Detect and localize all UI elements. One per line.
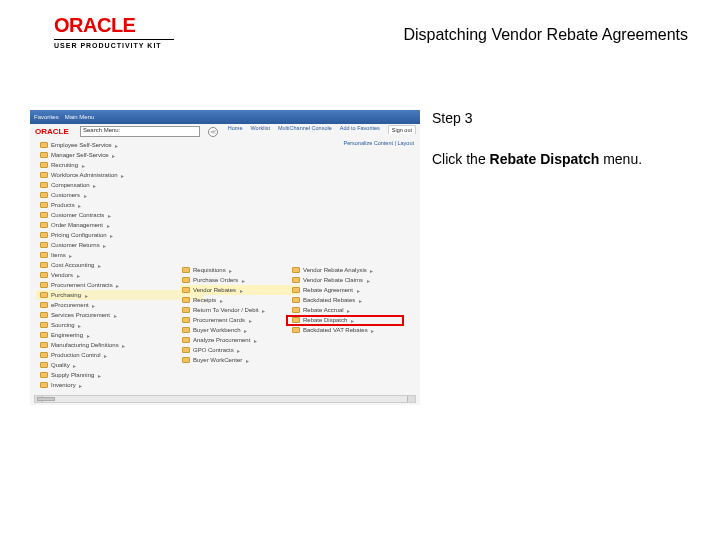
tree-item[interactable]: Purchase Orders▸	[180, 275, 300, 285]
caret-icon: ▸	[237, 347, 241, 354]
tree-item-label: Rebate Dispatch	[303, 317, 347, 323]
tree-item[interactable]: Backdated Rebates▸	[290, 295, 410, 305]
nav-tree-level3: Vendor Rebate Analysis▸Vendor Rebate Cla…	[290, 265, 410, 335]
tree-item[interactable]: Production Control▸	[36, 350, 204, 360]
tree-item-label: Buyer WorkCenter	[193, 357, 242, 363]
caret-icon: ▸	[110, 232, 114, 239]
tree-item[interactable]: Manufacturing Definitions▸	[36, 340, 204, 350]
tree-item[interactable]: Workforce Administration▸	[36, 170, 204, 180]
tree-item[interactable]: Supply Planning▸	[36, 370, 204, 380]
tree-item[interactable]: Rebate Accrual▸	[290, 305, 410, 315]
folder-icon	[40, 142, 48, 148]
caret-icon: ▸	[81, 162, 85, 169]
caret-icon: ▸	[112, 152, 116, 159]
tree-item[interactable]: Order Management▸	[36, 220, 204, 230]
tree-item-label: Supply Planning	[51, 372, 94, 378]
tree-item[interactable]: eSettlements▸	[36, 390, 204, 391]
tree-item[interactable]: Services Procurement▸	[36, 310, 204, 320]
tree-item[interactable]: GPO Contracts▸	[180, 345, 300, 355]
tree-item[interactable]: Requisitions▸	[180, 265, 300, 275]
caret-icon: ▸	[86, 332, 90, 339]
link-addfav[interactable]: Add to Favorites	[340, 125, 380, 134]
link-home[interactable]: Home	[228, 125, 243, 134]
tree-item[interactable]: Pricing Configuration▸	[36, 230, 204, 240]
tree-item[interactable]: Vendor Rebate Claims▸	[290, 275, 410, 285]
link-signout[interactable]: Sign out	[388, 125, 416, 134]
caret-icon: ▸	[253, 337, 257, 344]
tree-item[interactable]: Manager Self-Service▸	[36, 150, 204, 160]
topbar-favorites[interactable]: Favorites	[34, 114, 59, 120]
tree-item-label: Requisitions	[193, 267, 226, 273]
tree-item[interactable]: Backdated VAT Rebates▸	[290, 325, 410, 335]
tree-item[interactable]: Customer Returns▸	[36, 240, 204, 250]
tree-item[interactable]: Cost Accounting▸	[36, 260, 204, 270]
tree-item[interactable]: eProcurement▸	[36, 300, 204, 310]
folder-icon	[40, 222, 48, 228]
caret-icon: ▸	[347, 307, 351, 314]
tree-item-label: Customers	[51, 192, 80, 198]
caret-icon: ▸	[115, 142, 119, 149]
tree-item-label: Quality	[51, 362, 70, 368]
tree-item-label: Recruiting	[51, 162, 78, 168]
tree-item-label: Purchase Orders	[193, 277, 238, 283]
tree-item[interactable]: Buyer Workbench▸	[180, 325, 300, 335]
folder-icon	[40, 152, 48, 158]
folder-icon	[182, 347, 190, 353]
caret-icon: ▸	[78, 322, 82, 329]
folder-icon	[40, 172, 48, 178]
folder-icon	[40, 262, 48, 268]
caret-icon: ▸	[79, 382, 83, 389]
folder-icon	[40, 162, 48, 168]
caret-icon: ▸	[370, 267, 374, 274]
tree-item[interactable]: Products▸	[36, 200, 204, 210]
caret-icon: ▸	[113, 312, 117, 319]
topbar-mainmenu[interactable]: Main Menu	[65, 114, 95, 120]
caret-icon: ▸	[239, 287, 243, 294]
folder-icon	[40, 372, 48, 378]
tree-item-label: GPO Contracts	[193, 347, 234, 353]
tree-item[interactable]: Vendor Rebate Analysis▸	[290, 265, 410, 275]
caret-icon: ▸	[121, 172, 125, 179]
caret-icon: ▸	[97, 262, 101, 269]
link-worklist[interactable]: Worklist	[250, 125, 269, 134]
tree-item[interactable]: Recruiting▸	[36, 160, 204, 170]
link-mcf[interactable]: MultiChannel Console	[278, 125, 332, 134]
horizontal-scrollbar[interactable]	[34, 395, 416, 403]
tree-item[interactable]: Items▸	[36, 250, 204, 260]
folder-icon	[40, 272, 48, 278]
tree-item[interactable]: Buyer WorkCenter▸	[180, 355, 300, 365]
tree-item[interactable]: Employee Self-Service▸	[36, 140, 204, 150]
tree-item[interactable]: Rebate Dispatch▸	[290, 315, 410, 325]
tree-item[interactable]: Purchasing▸	[36, 290, 204, 300]
tree-item-label: Order Management	[51, 222, 103, 228]
tree-item[interactable]: Quality▸	[36, 360, 204, 370]
folder-icon	[40, 242, 48, 248]
tree-item-label: Engineering	[51, 332, 83, 338]
tree-item-label: Manufacturing Definitions	[51, 342, 119, 348]
tree-item[interactable]: Receipts▸	[180, 295, 300, 305]
tree-item[interactable]: Analyze Procurement▸	[180, 335, 300, 345]
tree-item[interactable]: Customers▸	[36, 190, 204, 200]
tree-item-label: Vendors	[51, 272, 73, 278]
personalize-link[interactable]: Personalize Content | Layout	[343, 140, 414, 146]
scrollbar-thumb[interactable]	[37, 397, 55, 401]
scroll-right-icon[interactable]	[407, 396, 415, 402]
tree-item[interactable]: Procurement Cards▸	[180, 315, 300, 325]
folder-icon	[292, 327, 300, 333]
tree-item[interactable]: Sourcing▸	[36, 320, 204, 330]
tree-item[interactable]: Rebate Agreement▸	[290, 285, 410, 295]
tree-item[interactable]: Customer Contracts▸	[36, 210, 204, 220]
tree-item[interactable]: Compensation▸	[36, 180, 204, 190]
tree-item[interactable]: Vendor Rebates▸	[180, 285, 300, 295]
search-menu-input[interactable]: Search Menu:	[80, 126, 200, 137]
caret-icon: ▸	[371, 327, 375, 334]
tree-item[interactable]: Vendors▸	[36, 270, 204, 280]
caret-icon: ▸	[219, 297, 223, 304]
tree-item-label: Vendor Rebate Analysis	[303, 267, 367, 273]
tree-item[interactable]: Return To Vendor / Debit▸	[180, 305, 300, 315]
collapse-icon[interactable]: ≪	[208, 127, 218, 137]
tree-item[interactable]: Engineering▸	[36, 330, 204, 340]
caret-icon: ▸	[350, 317, 354, 324]
tree-item[interactable]: Procurement Contracts▸	[36, 280, 204, 290]
tree-item[interactable]: Inventory▸	[36, 380, 204, 390]
